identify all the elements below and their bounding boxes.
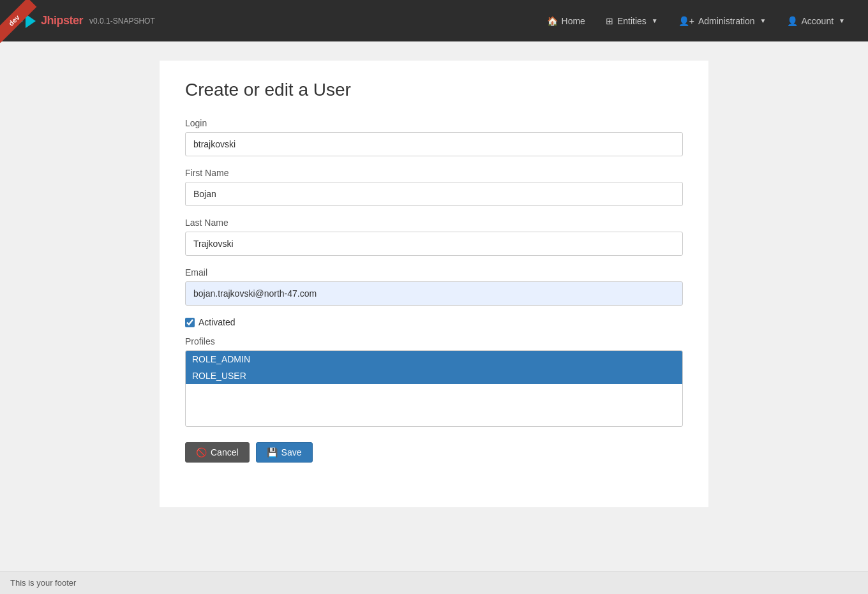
activated-group: Activated xyxy=(185,317,683,327)
brand-logo[interactable]: Jhipster v0.0.1-SNAPSHOT xyxy=(13,14,155,28)
profiles-group: Profiles ROLE_ADMIN ROLE_USER xyxy=(185,336,683,427)
nav-link-entities[interactable]: ⊞ Entities ▼ xyxy=(595,0,668,41)
email-group: Email xyxy=(185,267,683,306)
nav-item-home: 🏠 Home xyxy=(537,0,595,41)
activated-checkbox[interactable] xyxy=(185,318,195,327)
email-label: Email xyxy=(185,267,683,278)
nav-item-administration: 👤+ Administration ▼ xyxy=(668,0,777,41)
svg-marker-1 xyxy=(26,14,36,28)
nav-item-account: 👤 Account ▼ xyxy=(777,0,856,41)
user-plus-icon: 👤+ xyxy=(678,16,694,26)
nav-link-home[interactable]: 🏠 Home xyxy=(537,0,595,41)
navbar: Jhipster v0.0.1-SNAPSHOT 🏠 Home ⊞ Entiti… xyxy=(0,0,868,41)
firstname-label: First Name xyxy=(185,168,683,178)
button-row: 🚫 Cancel 💾 Save xyxy=(185,442,683,463)
activated-label[interactable]: Activated xyxy=(198,317,236,327)
login-input[interactable] xyxy=(185,132,683,156)
cancel-label: Cancel xyxy=(211,447,239,457)
cancel-button[interactable]: 🚫 Cancel xyxy=(185,442,250,463)
person-icon: 👤 xyxy=(787,16,798,26)
login-label: Login xyxy=(185,118,683,128)
lastname-group: Last Name xyxy=(185,218,683,256)
footer: This is your footer xyxy=(0,571,868,594)
nav-administration-label: Administration xyxy=(698,16,755,26)
grid-icon: ⊞ xyxy=(606,16,613,26)
save-label: Save xyxy=(281,447,302,457)
login-group: Login xyxy=(185,118,683,156)
email-input[interactable] xyxy=(185,281,683,306)
save-button[interactable]: 💾 Save xyxy=(256,442,313,463)
firstname-input[interactable] xyxy=(185,182,683,206)
account-caret-icon: ▼ xyxy=(839,17,845,24)
firstname-group: First Name xyxy=(185,168,683,206)
role-user-option[interactable]: ROLE_USER xyxy=(186,368,682,384)
lastname-input[interactable] xyxy=(185,232,683,256)
form-container: Create or edit a User Login First Name L… xyxy=(160,61,708,507)
administration-caret-icon: ▼ xyxy=(760,17,767,24)
brand-name: Jhipster xyxy=(41,14,83,27)
lastname-label: Last Name xyxy=(185,218,683,228)
main-nav: 🏠 Home ⊞ Entities ▼ 👤+ Administration ▼ … xyxy=(537,0,855,41)
role-admin-option[interactable]: ROLE_ADMIN xyxy=(186,351,682,368)
nav-home-label: Home xyxy=(562,16,585,26)
nav-entities-label: Entities xyxy=(617,16,647,26)
page-title: Create or edit a User xyxy=(185,80,683,100)
home-icon: 🏠 xyxy=(547,16,558,26)
save-icon: 💾 xyxy=(267,447,278,457)
profiles-select[interactable]: ROLE_ADMIN ROLE_USER xyxy=(185,350,683,427)
nav-link-administration[interactable]: 👤+ Administration ▼ xyxy=(668,0,777,41)
svg-marker-0 xyxy=(13,14,23,28)
ban-icon: 🚫 xyxy=(196,447,207,457)
footer-text: This is your footer xyxy=(10,578,76,588)
nav-item-entities: ⊞ Entities ▼ xyxy=(595,0,668,41)
main-content: Create or edit a User Login First Name L… xyxy=(0,41,868,571)
profiles-label: Profiles xyxy=(185,336,683,346)
entities-caret-icon: ▼ xyxy=(652,17,658,24)
nav-account-label: Account xyxy=(802,16,834,26)
brand-version: v0.0.1-SNAPSHOT xyxy=(89,17,155,26)
nav-link-account[interactable]: 👤 Account ▼ xyxy=(777,0,856,41)
